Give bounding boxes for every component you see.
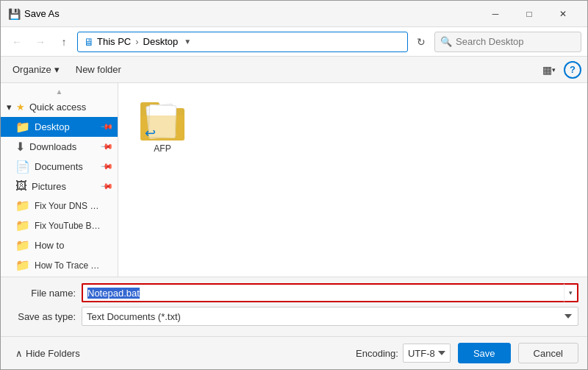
sidebar-item-fix-youtube[interactable]: 📁 Fix YouTube Blac... — [1, 216, 118, 235]
sidebar-quick-access-header[interactable]: ▾ ★ Quick access — [1, 97, 118, 117]
refresh-button[interactable]: ↻ — [411, 32, 431, 52]
path-desktop: Desktop — [143, 36, 179, 47]
path-display: 🖥 This PC › Desktop ▼ — [84, 36, 191, 48]
quick-access-label: Quick access — [29, 102, 86, 113]
quick-access-arrow: ▾ — [7, 102, 12, 113]
dialog-title: Save As — [24, 8, 478, 19]
desktop-icon: 📁 — [15, 120, 30, 134]
path-sep-1: › — [135, 36, 138, 47]
folder-icon-howto: 📁 — [15, 238, 30, 252]
filename-input[interactable] — [82, 283, 564, 302]
filename-label: File name: — [10, 288, 76, 299]
dialog-icon: 💾 — [8, 8, 20, 20]
hide-folders-button[interactable]: ∧ Hide Folders — [10, 345, 86, 362]
savetype-row: Save as type: Text Documents (*.txt) — [10, 307, 578, 326]
pin-icon-documents: 📌 — [99, 160, 113, 174]
savetype-select[interactable]: Text Documents (*.txt) — [82, 307, 578, 326]
encoding-label: Encoding: — [356, 348, 398, 359]
help-button[interactable]: ? — [564, 61, 581, 79]
folder-icon-dns: 📁 — [15, 199, 30, 213]
quick-access-icon: ★ — [16, 102, 25, 113]
sidebar-item-label-youtube: Fix YouTube Blac... — [35, 221, 101, 231]
file-area[interactable]: ↩ AFP — [118, 83, 587, 277]
save-as-dialog: 💾 Save As ─ □ ✕ ← → ↑ 🖥 This PC › Deskto… — [0, 0, 588, 370]
save-button[interactable]: Save — [458, 343, 511, 363]
filename-dropdown-button[interactable]: ▾ — [564, 283, 578, 302]
pin-icon-desktop: 📌 — [99, 120, 113, 134]
address-path[interactable]: 🖥 This PC › Desktop ▼ — [77, 32, 408, 52]
encoding-section: Encoding: UTF-8 — [356, 344, 451, 363]
organize-chevron: ▾ — [54, 64, 60, 75]
back-button[interactable]: ← — [7, 32, 27, 52]
sidebar-item-label-downloads: Downloads — [29, 141, 76, 152]
main-content: ▲ ▾ ★ Quick access 📁 Desktop 📌 ⬇ Downloa… — [1, 83, 587, 277]
minimize-button[interactable]: ─ — [478, 4, 512, 24]
sidebar-item-label-documents: Documents — [35, 161, 83, 172]
filename-input-wrapper: ▾ — [82, 283, 578, 302]
folder-icon-trace: 📁 — [15, 258, 30, 272]
organize-button[interactable]: Organize ▾ — [7, 62, 65, 77]
sidebar-item-downloads[interactable]: ⬇ Downloads 📌 — [1, 137, 118, 157]
bottom-form: File name: ▾ Save as type: Text Document… — [1, 277, 587, 336]
savetype-label: Save as type: — [10, 311, 76, 322]
sidebar-item-pictures[interactable]: 🖼 Pictures 📌 — [1, 177, 118, 196]
address-bar: ← → ↑ 🖥 This PC › Desktop ▼ ↻ 🔍 — [1, 27, 587, 57]
pictures-icon: 🖼 — [15, 179, 27, 193]
documents-icon: 📄 — [15, 160, 30, 174]
file-item-afp[interactable]: ↩ AFP — [133, 98, 192, 158]
new-folder-button[interactable]: New folder — [70, 62, 127, 77]
pin-icon-pictures: 📌 — [99, 179, 113, 193]
search-wrapper: 🔍 — [434, 32, 581, 52]
sidebar-item-desktop[interactable]: 📁 Desktop 📌 — [1, 117, 118, 137]
path-chevron[interactable]: ▼ — [184, 38, 191, 46]
folder-icon-youtube: 📁 — [15, 218, 30, 232]
sidebar-item-label-howto: How to — [35, 240, 64, 251]
filename-row: File name: ▾ — [10, 283, 578, 302]
sidebar-item-documents[interactable]: 📄 Documents 📌 — [1, 157, 118, 177]
sidebar-item-label-dns: Fix Your DNS Ser... — [35, 201, 101, 211]
view-buttons: ▦ ▾ — [539, 60, 559, 80]
forward-button[interactable]: → — [30, 32, 51, 52]
cancel-button[interactable]: Cancel — [518, 343, 578, 363]
maximize-button[interactable]: □ — [512, 4, 546, 24]
sidebar: ▲ ▾ ★ Quick access 📁 Desktop 📌 ⬇ Downloa… — [1, 83, 118, 277]
folder-visual-afp: ↩ — [140, 102, 184, 140]
view-chevron: ▾ — [552, 66, 556, 74]
hide-folders-arrow: ∧ — [15, 348, 23, 359]
pin-icon-downloads: 📌 — [99, 140, 113, 154]
search-icon: 🔍 — [440, 36, 452, 47]
encoding-select[interactable]: UTF-8 — [403, 344, 451, 363]
sidebar-item-fix-dns[interactable]: 📁 Fix Your DNS Ser... — [1, 196, 118, 216]
file-label-afp: AFP — [154, 143, 171, 154]
organize-label: Organize — [12, 64, 51, 75]
footer: ∧ Hide Folders Encoding: UTF-8 Save Canc… — [1, 336, 587, 369]
sidebar-item-label-pictures: Pictures — [32, 181, 66, 192]
up-button[interactable]: ↑ — [54, 32, 74, 52]
sidebar-item-label-trace: How To Trace Th... — [35, 260, 101, 271]
sidebar-item-label-desktop: Desktop — [35, 121, 70, 132]
view-icon: ▦ — [542, 64, 552, 76]
sidebar-item-trace[interactable]: 📁 How To Trace Th... — [1, 255, 118, 275]
pc-icon: 🖥 — [84, 36, 94, 48]
svg-text:↩: ↩ — [145, 126, 156, 140]
hide-folders-label: Hide Folders — [26, 348, 80, 359]
close-button[interactable]: ✕ — [546, 4, 580, 24]
file-grid: ↩ AFP — [126, 90, 580, 166]
window-controls: ─ □ ✕ — [478, 4, 580, 24]
title-bar: 💾 Save As ─ □ ✕ — [1, 1, 587, 27]
sidebar-item-howto[interactable]: 📁 How to — [1, 235, 118, 255]
path-this-pc: This PC — [97, 36, 131, 47]
scroll-up-indicator[interactable]: ▲ — [1, 86, 118, 97]
folder-svg: ↩ — [140, 102, 184, 140]
downloads-icon: ⬇ — [15, 140, 25, 154]
toolbar: Organize ▾ New folder ▦ ▾ ? — [1, 57, 587, 83]
search-input[interactable] — [434, 32, 581, 52]
view-toggle-button[interactable]: ▦ ▾ — [539, 60, 559, 80]
